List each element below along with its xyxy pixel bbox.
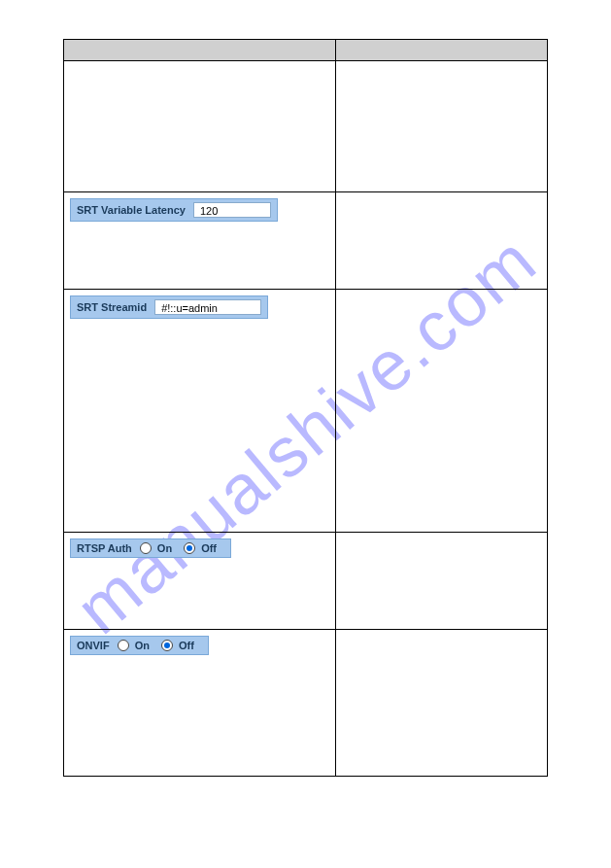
cell-empty [336, 61, 547, 191]
table-header-col2 [336, 40, 547, 60]
table-row [64, 61, 547, 192]
table-header-row [64, 40, 547, 61]
table-row: SRT Variable Latency 120 [64, 192, 547, 290]
onvif-off-label: Off [179, 640, 194, 651]
srt-streamid-control: SRT Streamid #!::u=admin [70, 295, 268, 319]
cell-empty [64, 61, 336, 191]
onvif-label: ONVIF [77, 640, 110, 651]
cell-empty [336, 290, 547, 532]
rtsp-on-label: On [157, 542, 172, 554]
rtsp-off-radio[interactable] [184, 542, 195, 554]
settings-table: SRT Variable Latency 120 SRT Streamid #!… [63, 39, 548, 777]
onvif-control: ONVIF On Off [70, 636, 209, 655]
srt-latency-label: SRT Variable Latency [77, 204, 186, 216]
onvif-on-radio[interactable] [118, 640, 129, 651]
table-row: SRT Streamid #!::u=admin [64, 290, 547, 533]
srt-latency-input[interactable]: 120 [193, 202, 271, 218]
table-row: ONVIF On Off [64, 630, 547, 776]
rtsp-on-radio[interactable] [140, 542, 152, 554]
cell-empty [336, 192, 547, 289]
srt-streamid-label: SRT Streamid [77, 301, 147, 313]
cell-rtsp-auth: RTSP Auth On Off [64, 533, 336, 629]
table-row: RTSP Auth On Off [64, 533, 547, 630]
table-header-col1 [64, 40, 336, 60]
cell-empty [336, 533, 547, 629]
rtsp-auth-label: RTSP Auth [77, 542, 132, 554]
onvif-radio-group: On Off [118, 640, 202, 651]
onvif-off-radio[interactable] [161, 640, 173, 651]
cell-srt-latency: SRT Variable Latency 120 [64, 192, 336, 289]
srt-streamid-input[interactable]: #!::u=admin [154, 299, 261, 315]
cell-empty [336, 630, 547, 776]
onvif-on-label: On [135, 640, 150, 651]
cell-onvif: ONVIF On Off [64, 630, 336, 776]
rtsp-off-label: Off [201, 542, 217, 554]
rtsp-auth-control: RTSP Auth On Off [70, 538, 231, 558]
rtsp-auth-radio-group: On Off [140, 542, 224, 554]
cell-srt-streamid: SRT Streamid #!::u=admin [64, 290, 336, 532]
srt-latency-control: SRT Variable Latency 120 [70, 198, 278, 222]
